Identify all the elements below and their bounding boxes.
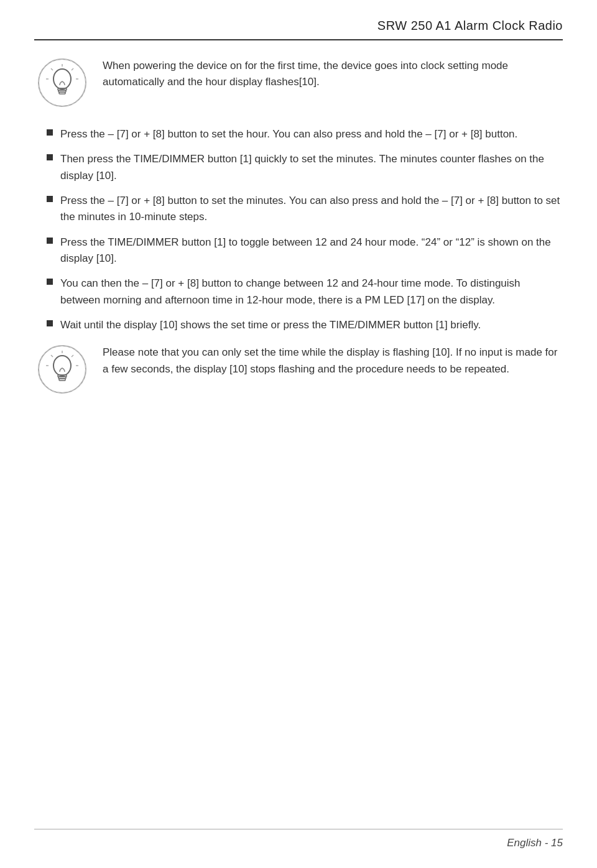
page-footer: English - 15 [34,829,563,849]
bottom-note-section: Please note that you can only set the ti… [34,344,563,394]
page-header: SRW 250 A1 Alarm Clock Radio [34,19,563,40]
bullet-text-6: Wait until the display [10] shows the se… [60,317,563,333]
bullet-item-6: Wait until the display [10] shows the se… [47,317,563,333]
footer-page-label: English - 15 [507,837,563,849]
bullet-item-5: You can then the – [7] or + [8] button t… [47,275,563,308]
top-icon-container [34,58,90,108]
svg-line-17 [72,355,73,357]
bullet-text-1: Press the – [7] or + [8] button to set t… [60,126,563,142]
top-intro-text: When powering the device on for the firs… [103,58,563,91]
bottom-note-text: Please note that you can only set the ti… [103,344,563,377]
bullet-square-icon [47,196,53,202]
bullet-text-3: Press the – [7] or + [8] button to set t… [60,193,563,226]
bullet-square-icon [47,238,53,244]
page-title: SRW 250 A1 Alarm Clock Radio [377,19,563,33]
bullet-square-icon [47,320,53,326]
bullet-item-2: Then press the TIME/DIMMER button [1] qu… [47,151,563,184]
bullet-square-icon [47,279,53,285]
bottom-icon-container [34,344,90,394]
bullet-list: Press the – [7] or + [8] button to set t… [47,126,563,333]
page-container: SRW 250 A1 Alarm Clock Radio [0,0,597,868]
svg-point-1 [53,69,71,89]
svg-line-6 [72,68,73,70]
bullet-item-4: Press the TIME/DIMMER button [1] to togg… [47,234,563,267]
bullet-text-4: Press the TIME/DIMMER button [1] to togg… [60,234,563,267]
bullet-item-3: Press the – [7] or + [8] button to set t… [47,193,563,226]
svg-line-19 [51,355,53,357]
bullet-text-2: Then press the TIME/DIMMER button [1] qu… [60,151,563,184]
svg-rect-4 [59,92,65,94]
bulb-icon [37,58,87,108]
bullet-text-5: You can then the – [7] or + [8] button t… [60,275,563,308]
bottom-bulb-icon [37,344,87,394]
bullet-item-1: Press the – [7] or + [8] button to set t… [47,126,563,142]
bullet-square-icon [47,154,53,160]
bullet-square-icon [47,129,53,136]
svg-line-8 [51,68,53,70]
svg-point-12 [53,356,71,376]
svg-rect-15 [59,379,65,381]
top-section: When powering the device on for the firs… [34,58,563,108]
